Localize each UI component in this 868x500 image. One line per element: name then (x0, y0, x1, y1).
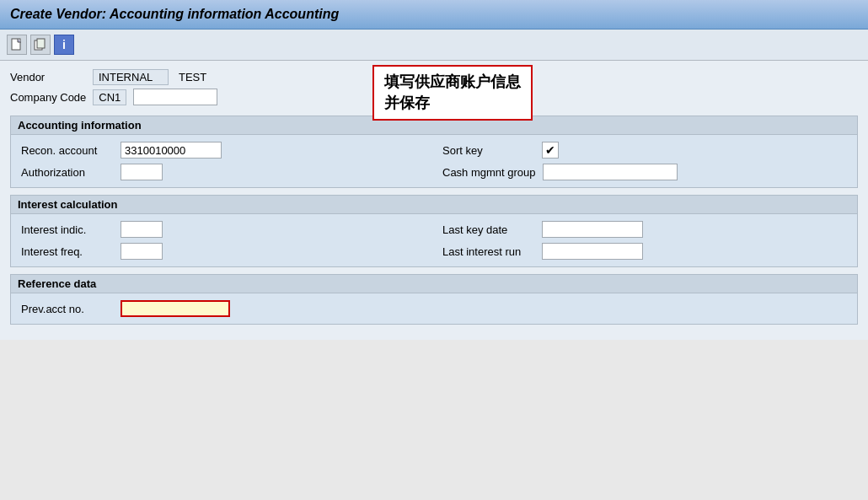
header-fields: Vendor INTERNAL TEST Company Code CN1 CI… (10, 69, 858, 105)
reference-section: Reference data Prev.acct no. (10, 274, 858, 325)
doc-new-icon[interactable] (7, 35, 27, 55)
vendor-suffix: TEST (179, 71, 206, 83)
last-key-date-row: Last key date (442, 221, 847, 238)
sort-key-row: Sort key ✔ (442, 142, 847, 159)
info-icon[interactable]: i (54, 35, 74, 55)
authorization-row: Authorization (21, 164, 426, 180)
last-key-date-input[interactable] (542, 221, 643, 238)
last-interest-run-label: Last interest run (442, 245, 535, 258)
interest-freq-label: Interest freq. (21, 245, 114, 258)
accounting-section: Accounting information Recon. account So… (10, 116, 858, 188)
prev-acct-label: Prev.acct no. (21, 303, 114, 315)
cash-mgmt-label: Cash mgmnt group (442, 166, 536, 179)
interest-indic-row: Interest indic. (21, 221, 426, 238)
toolbar: i (0, 30, 868, 61)
recon-account-label: Recon. account (21, 144, 114, 157)
reference-section-header: Reference data (11, 275, 857, 293)
annotation-line1: 填写供应商账户信息 (384, 73, 521, 90)
authorization-input[interactable] (121, 164, 163, 180)
last-interest-run-row: Last interest run (442, 243, 847, 260)
vendor-label: Vendor (10, 71, 86, 83)
main-content: Vendor INTERNAL TEST Company Code CN1 CI… (0, 61, 868, 340)
doc-copy-icon[interactable] (30, 35, 51, 55)
recon-account-row: Recon. account (21, 142, 426, 159)
accounting-section-body: Recon. account Sort key ✔ Authorization … (11, 135, 857, 187)
vendor-value: INTERNAL (93, 69, 169, 85)
reference-section-body: Prev.acct no. (11, 293, 857, 324)
interest-indic-label: Interest indic. (21, 223, 114, 236)
last-key-date-label: Last key date (442, 223, 535, 236)
company-code-input[interactable] (133, 89, 217, 105)
interest-indic-input[interactable] (121, 221, 163, 238)
prev-acct-input[interactable] (121, 300, 230, 317)
interest-freq-row: Interest freq. (21, 243, 426, 260)
company-code-label: Company Code (10, 91, 86, 104)
title-bar: Create Vendor: Accounting information Ac… (0, 0, 868, 30)
cash-mgmt-input[interactable] (543, 164, 678, 180)
annotation-box: 填写供应商账户信息 并保存 (372, 65, 533, 121)
vendor-group: Vendor INTERNAL TEST Company Code CN1 (10, 69, 217, 105)
prev-acct-row: Prev.acct no. (21, 300, 847, 317)
cash-mgmt-row: Cash mgmnt group (442, 164, 847, 180)
company-code-row: Company Code CN1 (10, 89, 217, 105)
authorization-label: Authorization (21, 166, 114, 179)
sort-key-label: Sort key (442, 144, 535, 157)
interest-section-header: Interest calculation (11, 196, 857, 214)
interest-section: Interest calculation Interest indic. Las… (10, 195, 858, 267)
svg-rect-2 (37, 39, 45, 48)
annotation-line2: 并保存 (384, 94, 430, 111)
recon-account-input[interactable] (121, 142, 222, 159)
sort-key-checkbox[interactable]: ✔ (542, 142, 559, 159)
company-code-value: CN1 (93, 89, 126, 105)
page-title: Create Vendor: Accounting information Ac… (10, 7, 339, 21)
last-interest-run-input[interactable] (542, 243, 643, 260)
vendor-row: Vendor INTERNAL TEST (10, 69, 217, 85)
interest-freq-input[interactable] (121, 243, 163, 260)
interest-section-body: Interest indic. Last key date Interest f… (11, 214, 857, 266)
